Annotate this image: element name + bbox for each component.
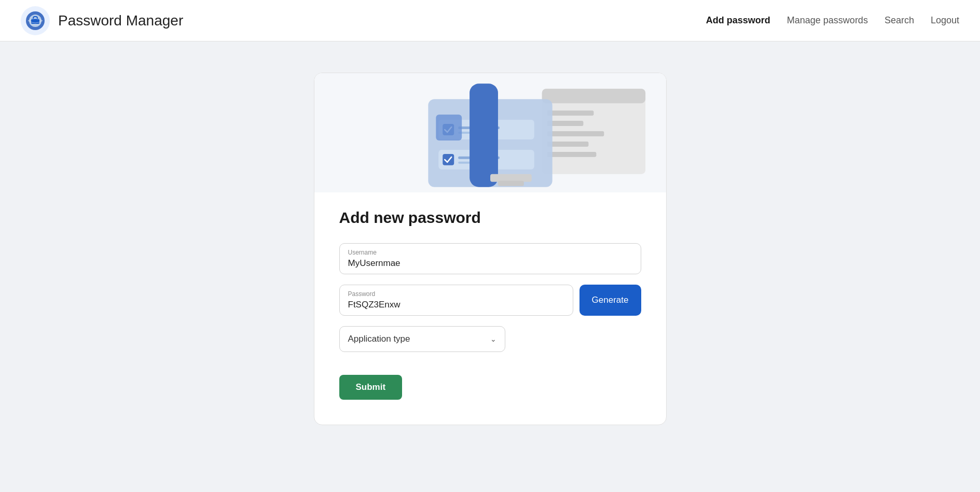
svg-rect-23 (436, 115, 462, 140)
illustration-svg (314, 73, 666, 192)
svg-rect-11 (547, 142, 588, 147)
nav-manage-passwords[interactable]: Manage passwords (787, 15, 868, 26)
illustration-area (314, 73, 666, 192)
nav-links: Add password Manage passwords Search Log… (706, 15, 959, 26)
generate-button[interactable]: Generate (579, 285, 641, 316)
navbar: Password Manager Add password Manage pas… (0, 0, 980, 41)
username-input[interactable] (348, 258, 632, 269)
svg-rect-9 (547, 121, 583, 126)
password-row: Password Generate (339, 285, 641, 316)
app-type-group: Application type ⌄ Application type Web … (339, 326, 641, 352)
main-content: Add new password Username Password Gener… (0, 41, 980, 456)
username-input-wrapper: Username (339, 243, 641, 274)
password-input-wrapper: Password (339, 285, 573, 316)
password-label: Password (348, 290, 564, 298)
svg-rect-24 (490, 174, 532, 182)
submit-button[interactable]: Submit (339, 375, 403, 400)
svg-rect-10 (547, 131, 604, 136)
svg-rect-25 (498, 181, 523, 186)
username-label: Username (348, 249, 632, 256)
password-group: Password Generate (339, 285, 641, 316)
nav-search[interactable]: Search (885, 15, 914, 26)
svg-rect-12 (547, 152, 596, 157)
nav-add-password[interactable]: Add password (706, 15, 770, 26)
form-area: Add new password Username Password Gener… (314, 192, 666, 400)
form-card: Add new password Username Password Gener… (314, 73, 667, 425)
app-logo-icon (21, 6, 50, 35)
brand: Password Manager (21, 6, 183, 35)
username-group: Username (339, 243, 641, 274)
app-title: Password Manager (58, 12, 183, 29)
svg-rect-7 (542, 89, 645, 103)
svg-rect-8 (547, 110, 593, 116)
form-title: Add new password (339, 209, 641, 227)
svg-rect-22 (470, 83, 498, 187)
app-type-select-wrapper[interactable]: Application type ⌄ Application type Web … (339, 326, 505, 352)
password-input[interactable] (348, 300, 564, 310)
nav-logout[interactable]: Logout (931, 15, 959, 26)
